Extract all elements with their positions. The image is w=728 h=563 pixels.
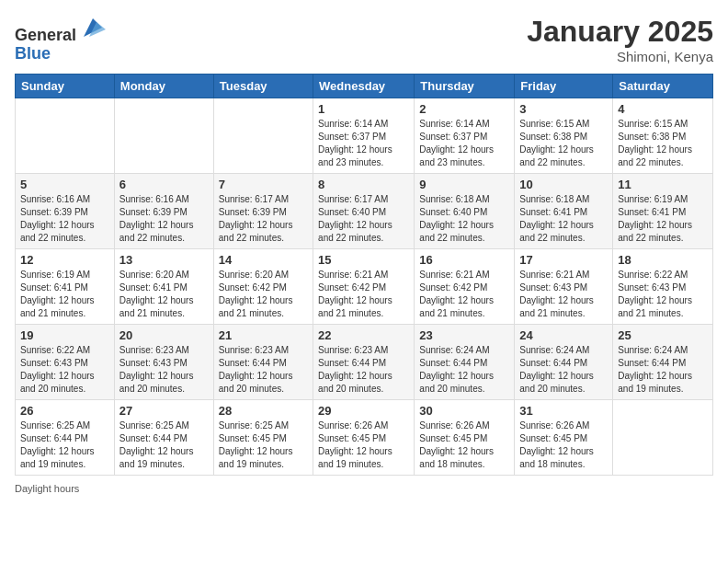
weekday-header-monday: Monday — [114, 75, 213, 98]
calendar-cell: 24Sunrise: 6:24 AM Sunset: 6:44 PM Dayli… — [515, 325, 613, 400]
day-info: Sunrise: 6:14 AM Sunset: 6:37 PM Dayligh… — [318, 118, 409, 169]
calendar-cell — [613, 400, 713, 476]
calendar-week-row: 5Sunrise: 6:16 AM Sunset: 6:39 PM Daylig… — [16, 174, 713, 249]
day-number: 1 — [318, 102, 409, 116]
logo-icon — [80, 15, 106, 40]
weekday-header-saturday: Saturday — [613, 75, 713, 98]
day-number: 7 — [219, 178, 308, 191]
calendar-cell: 12Sunrise: 6:19 AM Sunset: 6:41 PM Dayli… — [16, 249, 115, 325]
calendar-cell: 19Sunrise: 6:22 AM Sunset: 6:43 PM Dayli… — [16, 325, 115, 400]
calendar-week-row: 12Sunrise: 6:19 AM Sunset: 6:41 PM Dayli… — [16, 249, 713, 325]
day-number: 12 — [20, 253, 109, 267]
day-number: 6 — [119, 178, 209, 191]
day-number: 10 — [519, 178, 608, 191]
calendar-cell: 16Sunrise: 6:21 AM Sunset: 6:42 PM Dayli… — [415, 249, 515, 325]
weekday-header-sunday: Sunday — [16, 75, 115, 98]
title-block: January 2025 Shimoni, Kenya — [527, 15, 713, 64]
day-info: Sunrise: 6:23 AM Sunset: 6:44 PM Dayligh… — [219, 344, 308, 396]
logo-text: General — [15, 15, 106, 45]
calendar-cell: 25Sunrise: 6:24 AM Sunset: 6:44 PM Dayli… — [613, 325, 713, 400]
daylight-hours-label: Daylight hours — [15, 483, 79, 494]
day-info: Sunrise: 6:15 AM Sunset: 6:38 PM Dayligh… — [618, 118, 708, 169]
day-number: 3 — [519, 102, 608, 116]
day-number: 2 — [419, 102, 509, 116]
calendar-table: SundayMondayTuesdayWednesdayThursdayFrid… — [15, 74, 713, 476]
calendar-cell: 21Sunrise: 6:23 AM Sunset: 6:44 PM Dayli… — [213, 325, 313, 400]
calendar-cell: 26Sunrise: 6:25 AM Sunset: 6:44 PM Dayli… — [16, 400, 115, 476]
calendar-cell — [213, 98, 313, 174]
calendar-week-row: 1Sunrise: 6:14 AM Sunset: 6:37 PM Daylig… — [16, 98, 713, 174]
day-info: Sunrise: 6:24 AM Sunset: 6:44 PM Dayligh… — [519, 344, 608, 396]
calendar-cell: 27Sunrise: 6:25 AM Sunset: 6:44 PM Dayli… — [114, 400, 213, 476]
day-number: 19 — [20, 328, 109, 342]
day-info: Sunrise: 6:26 AM Sunset: 6:45 PM Dayligh… — [519, 419, 608, 471]
day-number: 25 — [618, 328, 708, 342]
calendar-cell: 6Sunrise: 6:16 AM Sunset: 6:39 PM Daylig… — [114, 174, 213, 249]
day-info: Sunrise: 6:15 AM Sunset: 6:38 PM Dayligh… — [519, 118, 608, 169]
day-number: 29 — [318, 404, 409, 418]
day-number: 21 — [219, 328, 308, 342]
logo: General Blue — [15, 15, 106, 63]
calendar-cell: 11Sunrise: 6:19 AM Sunset: 6:41 PM Dayli… — [613, 174, 713, 249]
calendar-cell — [114, 98, 213, 174]
calendar-cell: 8Sunrise: 6:17 AM Sunset: 6:40 PM Daylig… — [313, 174, 415, 249]
calendar-cell: 13Sunrise: 6:20 AM Sunset: 6:41 PM Dayli… — [114, 249, 213, 325]
day-info: Sunrise: 6:23 AM Sunset: 6:44 PM Dayligh… — [318, 344, 409, 396]
weekday-header-wednesday: Wednesday — [313, 75, 415, 98]
day-info: Sunrise: 6:16 AM Sunset: 6:39 PM Dayligh… — [119, 193, 209, 245]
weekday-header-friday: Friday — [515, 75, 613, 98]
location: Shimoni, Kenya — [527, 49, 713, 64]
day-info: Sunrise: 6:20 AM Sunset: 6:41 PM Dayligh… — [119, 269, 209, 320]
page-header: General Blue January 2025 Shimoni, Kenya — [15, 15, 713, 64]
day-number: 11 — [618, 178, 708, 191]
day-number: 17 — [519, 253, 608, 267]
calendar-week-row: 26Sunrise: 6:25 AM Sunset: 6:44 PM Dayli… — [16, 400, 713, 476]
day-info: Sunrise: 6:26 AM Sunset: 6:45 PM Dayligh… — [419, 419, 509, 471]
calendar-cell: 22Sunrise: 6:23 AM Sunset: 6:44 PM Dayli… — [313, 325, 415, 400]
day-info: Sunrise: 6:25 AM Sunset: 6:44 PM Dayligh… — [20, 419, 109, 471]
day-number: 8 — [318, 178, 409, 191]
weekday-header-thursday: Thursday — [415, 75, 515, 98]
day-number: 15 — [318, 253, 409, 267]
day-number: 4 — [618, 102, 708, 116]
calendar-cell: 3Sunrise: 6:15 AM Sunset: 6:38 PM Daylig… — [515, 98, 613, 174]
day-number: 31 — [519, 404, 608, 418]
day-info: Sunrise: 6:25 AM Sunset: 6:44 PM Dayligh… — [119, 419, 209, 471]
calendar-week-row: 19Sunrise: 6:22 AM Sunset: 6:43 PM Dayli… — [16, 325, 713, 400]
calendar-cell: 23Sunrise: 6:24 AM Sunset: 6:44 PM Dayli… — [415, 325, 515, 400]
day-number: 27 — [119, 404, 209, 418]
day-info: Sunrise: 6:21 AM Sunset: 6:42 PM Dayligh… — [318, 269, 409, 320]
logo-general: General — [15, 26, 76, 44]
day-number: 28 — [219, 404, 308, 418]
calendar-cell: 14Sunrise: 6:20 AM Sunset: 6:42 PM Dayli… — [213, 249, 313, 325]
day-info: Sunrise: 6:22 AM Sunset: 6:43 PM Dayligh… — [618, 269, 708, 320]
calendar-cell: 20Sunrise: 6:23 AM Sunset: 6:43 PM Dayli… — [114, 325, 213, 400]
logo-blue: Blue — [15, 44, 51, 63]
day-number: 13 — [119, 253, 209, 267]
day-number: 18 — [618, 253, 708, 267]
calendar-cell: 1Sunrise: 6:14 AM Sunset: 6:37 PM Daylig… — [313, 98, 415, 174]
day-info: Sunrise: 6:17 AM Sunset: 6:39 PM Dayligh… — [219, 193, 308, 245]
day-info: Sunrise: 6:18 AM Sunset: 6:41 PM Dayligh… — [519, 193, 608, 245]
day-info: Sunrise: 6:14 AM Sunset: 6:37 PM Dayligh… — [419, 118, 509, 169]
day-info: Sunrise: 6:16 AM Sunset: 6:39 PM Dayligh… — [20, 193, 109, 245]
day-number: 14 — [219, 253, 308, 267]
day-number: 9 — [419, 178, 509, 191]
weekday-header-tuesday: Tuesday — [213, 75, 313, 98]
footer-note: Daylight hours — [15, 483, 713, 494]
calendar-cell: 10Sunrise: 6:18 AM Sunset: 6:41 PM Dayli… — [515, 174, 613, 249]
day-info: Sunrise: 6:24 AM Sunset: 6:44 PM Dayligh… — [419, 344, 509, 396]
calendar-cell: 5Sunrise: 6:16 AM Sunset: 6:39 PM Daylig… — [16, 174, 115, 249]
calendar-cell — [16, 98, 115, 174]
day-info: Sunrise: 6:26 AM Sunset: 6:45 PM Dayligh… — [318, 419, 409, 471]
logo-blue-text: Blue — [15, 45, 106, 63]
day-number: 16 — [419, 253, 509, 267]
calendar-cell: 2Sunrise: 6:14 AM Sunset: 6:37 PM Daylig… — [415, 98, 515, 174]
calendar-cell: 29Sunrise: 6:26 AM Sunset: 6:45 PM Dayli… — [313, 400, 415, 476]
day-number: 5 — [20, 178, 109, 191]
day-info: Sunrise: 6:24 AM Sunset: 6:44 PM Dayligh… — [618, 344, 708, 396]
day-info: Sunrise: 6:25 AM Sunset: 6:45 PM Dayligh… — [219, 419, 308, 471]
day-number: 26 — [20, 404, 109, 418]
day-number: 23 — [419, 328, 509, 342]
day-info: Sunrise: 6:18 AM Sunset: 6:40 PM Dayligh… — [419, 193, 509, 245]
